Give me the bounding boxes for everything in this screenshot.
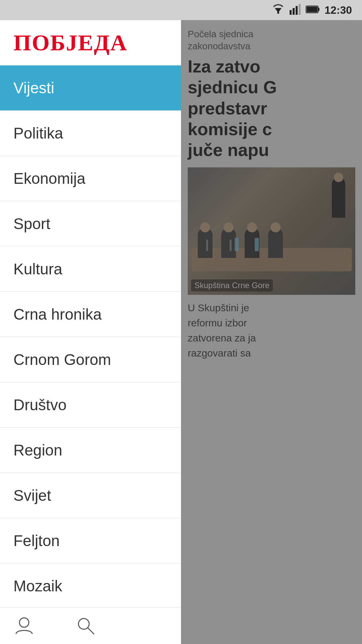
content-area: Počela sjednicazakonodavstva Iza zatvosj… [181, 20, 362, 644]
status-time: 12:30 [324, 4, 352, 16]
svg-rect-2 [290, 10, 292, 15]
svg-rect-8 [307, 7, 317, 12]
nav-item-mozaik[interactable]: Mozaik [0, 564, 181, 607]
logo-area: ПОБЈЕДА [0, 20, 181, 65]
nav-item-ekonomija[interactable]: Ekonomija [0, 156, 181, 201]
nav-item-drustvo[interactable]: Društvo [0, 382, 181, 428]
svg-line-11 [88, 628, 94, 634]
nav-item-kultura[interactable]: Kultura [0, 247, 181, 292]
nav-item-politika[interactable]: Politika [0, 111, 181, 156]
svg-rect-7 [318, 8, 319, 11]
status-bar: 12:30 [0, 0, 362, 20]
nav-item-vijesti[interactable]: Vijesti [0, 65, 181, 111]
wifi-icon [272, 3, 284, 17]
signal-icon [289, 3, 301, 17]
app-logo: ПОБЈЕДА [13, 30, 127, 55]
svg-rect-5 [299, 4, 301, 15]
nav-item-crna-hronika[interactable]: Crna hronika [0, 292, 181, 337]
svg-rect-4 [296, 6, 298, 15]
search-button[interactable] [75, 615, 97, 637]
nav-item-region[interactable]: Region [0, 428, 181, 473]
svg-point-1 [277, 12, 279, 14]
sidebar: ПОБЈЕДА Vijesti Politika Ekonomija Sport… [0, 20, 181, 644]
battery-icon [306, 3, 320, 17]
nav-item-crnom-gorom[interactable]: Crnom Gorom [0, 337, 181, 382]
bottom-bar [0, 607, 181, 644]
svg-rect-3 [293, 8, 295, 15]
profile-button[interactable] [13, 615, 35, 637]
content-overlay [181, 20, 362, 644]
nav-item-svijet[interactable]: Svijet [0, 473, 181, 518]
main-layout: ПОБЈЕДА Vijesti Politika Ekonomija Sport… [0, 20, 362, 644]
status-icons: 12:30 [272, 3, 352, 17]
nav-item-feljton[interactable]: Feljton [0, 518, 181, 564]
svg-point-9 [19, 618, 29, 627]
nav-list: Vijesti Politika Ekonomija Sport Kultura… [0, 65, 181, 607]
nav-item-sport[interactable]: Sport [0, 201, 181, 247]
